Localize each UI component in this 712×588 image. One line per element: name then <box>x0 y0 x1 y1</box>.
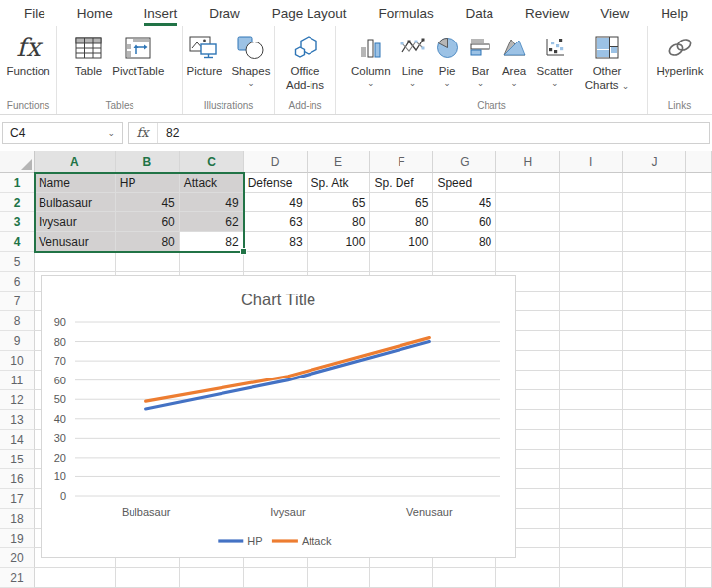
cell-J16[interactable] <box>623 469 686 489</box>
cell-I15[interactable] <box>560 450 623 469</box>
shapes-button[interactable]: Shapes ⌄ <box>228 33 273 86</box>
tab-file[interactable]: File <box>24 0 45 26</box>
tab-draw[interactable]: Draw <box>209 0 240 26</box>
tab-view[interactable]: View <box>600 0 629 26</box>
cell-D3[interactable]: 63 <box>244 212 308 232</box>
cell-B2[interactable]: 45 <box>116 193 180 212</box>
cell-K1[interactable] <box>686 173 712 193</box>
cell-E4[interactable]: 100 <box>308 232 371 252</box>
cell-J6[interactable] <box>623 272 686 292</box>
column-chart-button[interactable]: Column ⌄ <box>348 33 394 86</box>
cell-I12[interactable] <box>560 390 623 410</box>
cell-K14[interactable] <box>686 430 712 450</box>
cell-J9[interactable] <box>623 331 686 351</box>
cell-I4[interactable] <box>560 232 623 252</box>
pivottable-button[interactable]: PivotTable <box>109 33 167 77</box>
row-header-13[interactable]: 13 <box>0 410 35 430</box>
cell-K13[interactable] <box>686 410 712 430</box>
cell-F5[interactable] <box>370 252 433 272</box>
cell-B21[interactable] <box>116 568 180 588</box>
cell-K18[interactable] <box>686 509 712 529</box>
cell-I10[interactable] <box>560 351 623 371</box>
row-header-17[interactable]: 17 <box>0 489 35 509</box>
cell-I9[interactable] <box>560 331 623 351</box>
cell-I14[interactable] <box>560 430 623 450</box>
cell-J20[interactable] <box>623 548 686 568</box>
scatter-chart-button[interactable]: Scatter ⌄ <box>534 33 576 86</box>
cell-J7[interactable] <box>623 292 686 311</box>
cell-K7[interactable] <box>686 292 712 311</box>
row-header-2[interactable]: 2 <box>0 193 35 212</box>
column-header-I[interactable]: I <box>560 151 623 173</box>
cell-A2[interactable]: Bulbasaur <box>35 193 116 212</box>
cell-E3[interactable]: 80 <box>308 212 371 232</box>
row-header-3[interactable]: 3 <box>0 212 35 232</box>
cell-J3[interactable] <box>623 212 686 232</box>
cell-I21[interactable] <box>560 568 623 588</box>
name-box[interactable]: C4 ⌄ <box>2 122 123 144</box>
tab-page-layout[interactable]: Page Layout <box>272 0 347 26</box>
cell-K5[interactable] <box>686 252 712 272</box>
cell-J2[interactable] <box>623 193 686 212</box>
cell-I6[interactable] <box>560 272 623 292</box>
column-header-B[interactable]: B <box>116 151 180 173</box>
cell-G2[interactable]: 45 <box>433 193 496 212</box>
cell-J4[interactable] <box>623 232 686 252</box>
cell-F21[interactable] <box>370 568 433 588</box>
row-header-14[interactable]: 14 <box>0 430 35 450</box>
cell-H5[interactable] <box>496 252 560 272</box>
row-header-1[interactable]: 1 <box>0 173 35 193</box>
cell-D21[interactable] <box>244 568 308 588</box>
cell-K4[interactable] <box>686 232 712 252</box>
tab-formulas[interactable]: Formulas <box>378 0 433 26</box>
row-header-12[interactable]: 12 <box>0 390 35 410</box>
cell-C4[interactable]: 82 <box>180 232 244 252</box>
cell-H1[interactable] <box>496 173 560 193</box>
cell-F2[interactable]: 65 <box>370 193 433 212</box>
column-header-E[interactable]: E <box>308 151 371 173</box>
column-header-C[interactable]: C <box>180 151 244 173</box>
cell-C2[interactable]: 49 <box>180 193 244 212</box>
cell-K3[interactable] <box>686 212 712 232</box>
cell-I16[interactable] <box>560 469 623 489</box>
cell-I3[interactable] <box>560 212 623 232</box>
cell-K6[interactable] <box>686 272 712 292</box>
cell-J10[interactable] <box>623 351 686 371</box>
cell-E5[interactable] <box>308 252 371 272</box>
cell-K11[interactable] <box>686 371 712 390</box>
row-header-10[interactable]: 10 <box>0 351 35 371</box>
tab-review[interactable]: Review <box>525 0 569 26</box>
cell-I18[interactable] <box>560 509 623 529</box>
cell-F4[interactable]: 100 <box>370 232 433 252</box>
cell-G21[interactable] <box>433 568 496 588</box>
cell-I5[interactable] <box>560 252 623 272</box>
tab-data[interactable]: Data <box>466 0 494 26</box>
select-all-corner[interactable] <box>0 151 35 173</box>
cell-F3[interactable]: 80 <box>370 212 433 232</box>
cell-J11[interactable] <box>623 371 686 390</box>
line-chart-button[interactable]: Line ⌄ <box>398 33 429 86</box>
tab-insert[interactable]: Insert <box>144 0 178 26</box>
column-header-F[interactable]: F <box>370 151 433 173</box>
cell-J19[interactable] <box>623 529 686 548</box>
area-chart-button[interactable]: Area ⌄ <box>499 33 530 86</box>
tab-home[interactable]: Home <box>77 0 113 26</box>
pie-chart-button[interactable]: Pie ⌄ <box>433 33 462 86</box>
cell-H4[interactable] <box>496 232 560 252</box>
cell-K2[interactable] <box>686 193 712 212</box>
cell-D1[interactable]: Defense <box>244 173 308 193</box>
cell-J21[interactable] <box>623 568 686 588</box>
tab-help[interactable]: Help <box>661 0 688 26</box>
cell-J13[interactable] <box>623 410 686 430</box>
picture-button[interactable]: Picture <box>184 33 225 77</box>
column-header-H[interactable]: H <box>496 151 560 173</box>
column-header-G[interactable]: G <box>433 151 496 173</box>
column-header-D[interactable]: D <box>244 151 308 173</box>
row-header-18[interactable]: 18 <box>0 509 35 529</box>
cell-K12[interactable] <box>686 390 712 410</box>
cell-H21[interactable] <box>496 568 560 588</box>
row-header-9[interactable]: 9 <box>0 331 35 351</box>
cell-F1[interactable]: Sp. Def <box>370 173 433 193</box>
row-header-15[interactable]: 15 <box>0 450 35 469</box>
fx-icon[interactable]: fx <box>129 123 158 143</box>
